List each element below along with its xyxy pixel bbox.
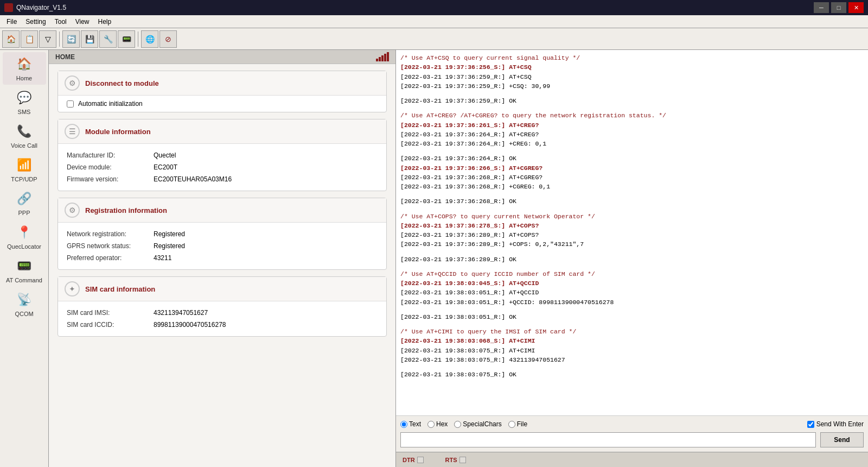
at-icon: 📟 xyxy=(16,257,33,275)
tcp-icon: 📶 xyxy=(16,156,33,174)
toolbar-home-btn[interactable]: 🏠 xyxy=(2,30,20,48)
app-title: QNavigator_V1.5 xyxy=(16,4,66,11)
sidebar-item-tcpudp[interactable]: 📶 TCP/UDP xyxy=(3,153,46,186)
radio-file-label[interactable]: File xyxy=(508,420,527,428)
console-line: /* Use AT+CSQ to query current signal qu… xyxy=(400,53,864,62)
module-info-body: Manufacturer ID: Quectel Device module: … xyxy=(58,144,386,191)
console-line xyxy=(400,206,864,212)
sidebar-label-ppp: PPP xyxy=(18,210,30,216)
console-line xyxy=(400,148,864,154)
ppp-icon: 🔗 xyxy=(16,190,33,207)
send-with-enter-checkbox[interactable] xyxy=(807,421,814,428)
console-line xyxy=(400,364,864,370)
sidebar-item-voice[interactable]: 📞 Voice Call xyxy=(3,119,46,152)
sidebar-label-tcp: TCP/UDP xyxy=(11,176,37,182)
console-line: [2022-03-21 19:37:36:289_R:] +COPS: 0,2,… xyxy=(400,239,864,249)
module-info-row-1: Device module: EC200T xyxy=(67,161,378,173)
bar-2 xyxy=(379,57,381,61)
menu-tool[interactable]: Tool xyxy=(50,17,71,27)
registration-header[interactable]: ⚙ Registration information xyxy=(58,198,386,223)
titlebar: QNavigator_V1.5 ─ □ ✕ xyxy=(0,0,868,15)
home-icon: 🏠 xyxy=(16,55,33,73)
content-area: HOME ⚙ Disconnect to module Automatic xyxy=(49,50,868,467)
sidebar-item-atcommand[interactable]: 📟 AT Command xyxy=(3,254,46,287)
auto-init-checkbox[interactable] xyxy=(67,100,74,108)
radio-hex[interactable] xyxy=(427,421,435,428)
auto-init-row: Automatic initialization xyxy=(58,96,386,112)
qcom-icon: 📡 xyxy=(16,291,33,308)
console-line xyxy=(400,307,864,312)
bar-4 xyxy=(384,54,386,61)
rts-label: RTS xyxy=(445,457,457,463)
menu-help[interactable]: Help xyxy=(94,17,116,27)
module-info-value-0: Quectel xyxy=(154,152,176,159)
input-bar: Text Hex SpecialChars File xyxy=(396,415,868,452)
command-input[interactable] xyxy=(400,432,816,447)
minimize-button[interactable]: ─ xyxy=(814,2,829,13)
sidebar-item-home[interactable]: 🏠 Home xyxy=(3,52,46,85)
sidebar-item-queclocator[interactable]: 📍 QuecLocator xyxy=(3,220,46,253)
radio-hex-label[interactable]: Hex xyxy=(427,420,448,428)
console-line: /* Use AT+QCCID to query ICCID number of… xyxy=(400,269,864,279)
toolbar-tool-btn[interactable]: 🔧 xyxy=(99,30,117,48)
menu-setting[interactable]: Setting xyxy=(21,17,50,27)
dtr-status: DTR xyxy=(403,457,424,463)
send-with-enter-label: Send With Enter xyxy=(816,420,864,428)
console-line: [2022-03-21 19:38:03:075_R:] AT+CIMI xyxy=(400,346,864,355)
console-line: [2022-03-21 19:37:36:278_S:] AT+COPS? xyxy=(400,221,864,230)
menu-file[interactable]: File xyxy=(2,17,21,27)
radio-text[interactable] xyxy=(400,421,407,428)
right-panel: /* Use AT+CSQ to query current signal qu… xyxy=(396,50,868,467)
toolbar-device-btn[interactable]: 📟 xyxy=(118,30,135,48)
sidebar-item-ppp[interactable]: 🔗 PPP xyxy=(3,187,46,219)
radio-text-span: Text xyxy=(409,420,421,428)
sms-icon: 💬 xyxy=(16,89,33,106)
toolbar-warning-btn[interactable]: ⊘ xyxy=(159,30,177,48)
disconnect-title: Disconnect to module xyxy=(85,79,159,87)
disconnect-header[interactable]: ⚙ Disconnect to module xyxy=(58,71,386,96)
console-line: [2022-03-21 19:37:36:264_R:] AT+CREG? xyxy=(400,130,864,139)
radio-file[interactable] xyxy=(508,421,515,428)
dtr-label: DTR xyxy=(403,457,415,463)
toolbar-globe-btn[interactable]: 🌐 xyxy=(141,30,158,48)
radio-special[interactable] xyxy=(454,421,461,428)
console-line: [2022-03-21 19:38:03:051_R:] AT+QCCID xyxy=(400,288,864,297)
reg-row-2: Preferred operator: 43211 xyxy=(67,252,378,264)
toolbar-filter-btn[interactable]: ▽ xyxy=(39,30,56,48)
send-button[interactable]: Send xyxy=(820,432,864,447)
console-line: [2022-03-21 19:37:36:259_R:] AT+CSQ xyxy=(400,72,864,81)
console-line xyxy=(400,264,864,269)
console-line: [2022-03-21 19:37:36:259_R:] OK xyxy=(400,96,864,105)
sidebar-item-sms[interactable]: 💬 SMS xyxy=(3,86,46,118)
toolbar-sep-1 xyxy=(59,31,60,47)
console-line: [2022-03-21 19:38:03:075_R:] OK xyxy=(400,370,864,379)
radio-hex-span: Hex xyxy=(436,420,448,428)
console-line: [2022-03-21 19:38:03:075_R:] 43211394705… xyxy=(400,355,864,364)
sidebar-item-qcom[interactable]: 📡 QCOM xyxy=(3,288,46,320)
registration-title: Registration information xyxy=(85,206,167,214)
module-info-label-1: Device module: xyxy=(67,163,154,171)
titlebar-left: QNavigator_V1.5 xyxy=(4,3,66,12)
reg-value-0: Registered xyxy=(154,230,185,238)
module-info-header[interactable]: ☰ Module information xyxy=(58,119,386,144)
sidebar-label-qcom: QCOM xyxy=(15,311,33,317)
radio-special-label[interactable]: SpecialChars xyxy=(454,420,501,428)
toolbar-save-btn[interactable]: 💾 xyxy=(81,30,98,48)
sidebar-label-sms: SMS xyxy=(18,109,31,115)
module-info-value-1: EC200T xyxy=(154,163,177,171)
reg-value-1: Registered xyxy=(154,242,185,250)
radio-text-label[interactable]: Text xyxy=(400,420,421,428)
module-info-icon: ☰ xyxy=(65,124,80,139)
close-button[interactable]: ✕ xyxy=(848,2,864,13)
sim-row-0: SIM card IMSI: 432113947051627 xyxy=(67,307,378,319)
sim-header[interactable]: ✦ SIM card information xyxy=(58,277,386,301)
toolbar-clipboard-btn[interactable]: 📋 xyxy=(21,30,38,48)
toolbar-refresh-btn[interactable]: 🔄 xyxy=(62,30,80,48)
console-line: [2022-03-21 19:37:36:261_S:] AT+CREG? xyxy=(400,121,864,130)
module-info-title: Module information xyxy=(85,128,151,136)
module-info-label-2: Firmware version: xyxy=(67,175,154,183)
sim-body: SIM card IMSI: 432113947051627 SIM card … xyxy=(58,301,386,336)
maximize-button[interactable]: □ xyxy=(831,2,846,13)
menu-view[interactable]: View xyxy=(71,17,94,27)
sim-title: SIM card information xyxy=(85,285,155,293)
